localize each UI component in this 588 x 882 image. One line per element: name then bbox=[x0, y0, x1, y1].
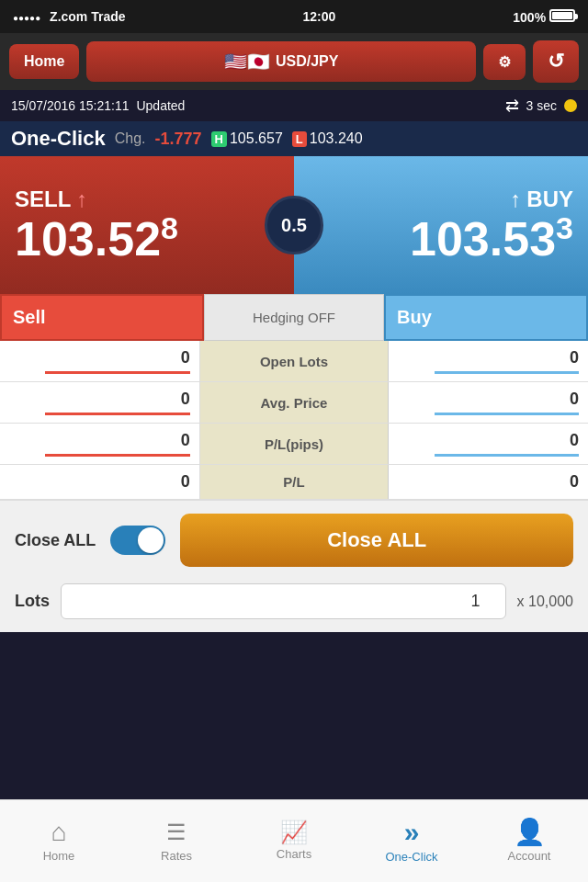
sell-arrow-icon: ↑ bbox=[76, 187, 87, 212]
buy-button[interactable]: Buy bbox=[384, 294, 588, 341]
sell-open-lots: 0 bbox=[181, 348, 190, 368]
gear-icon: ⚙ bbox=[498, 53, 511, 71]
sell-button[interactable]: Sell bbox=[0, 294, 204, 341]
buy-label: ↑ BUY bbox=[510, 187, 573, 212]
sell-price: 103.528 bbox=[15, 212, 178, 263]
status-bar: ●●●●● Z.com Trade 12:00 100% bbox=[0, 0, 588, 33]
open-lots-label: Open Lots bbox=[200, 341, 390, 381]
avg-price-label: Avg. Price bbox=[200, 382, 390, 423]
buy-avg-price: 0 bbox=[570, 390, 579, 409]
close-all-toggle[interactable] bbox=[110, 526, 165, 555]
lots-section: Lots x 10,000 bbox=[0, 576, 588, 632]
hedging-toggle[interactable]: Hedging OFF bbox=[204, 294, 384, 341]
low-price: L 103.240 bbox=[292, 130, 363, 147]
updated-label: Updated bbox=[136, 98, 185, 113]
datetime-display: 15/07/2016 15:21:11 bbox=[11, 98, 129, 113]
charts-nav-icon: 📈 bbox=[280, 821, 308, 843]
pl-label: P/L bbox=[200, 465, 390, 499]
sell-label: SELL ↑ bbox=[15, 187, 87, 212]
buy-pl: 0 bbox=[570, 472, 579, 492]
status-time: 12:00 bbox=[303, 9, 336, 24]
nav-label-account: Account bbox=[508, 849, 551, 863]
pl-pips-row: 0 P/L(pips) 0 bbox=[0, 424, 588, 465]
home-nav-icon: ⌂ bbox=[51, 820, 67, 845]
lots-multiplier: x 10,000 bbox=[517, 594, 573, 610]
nav-label-one-click: One-Click bbox=[385, 850, 437, 864]
trade-table: Sell Hedging OFF Buy 0 Open Lots 0 0 Avg… bbox=[0, 294, 588, 500]
refresh-arrows-icon: ⇄ bbox=[505, 96, 519, 116]
nav-label-rates: Rates bbox=[161, 849, 192, 863]
carrier-signal: ●●●●● Z.com Trade bbox=[13, 9, 126, 24]
buy-arrow-icon: ↑ bbox=[510, 187, 521, 212]
buy-panel[interactable]: ↑ BUY 103.533 bbox=[294, 156, 588, 294]
pl-row: 0 P/L 0 bbox=[0, 465, 588, 500]
lots-label: Lots bbox=[15, 592, 50, 611]
status-dot bbox=[564, 99, 577, 112]
close-section: Close ALL Close ALL bbox=[0, 500, 588, 576]
sell-pl: 0 bbox=[181, 472, 190, 492]
settings-button[interactable]: ⚙ bbox=[483, 44, 526, 80]
price-header: One-Click Chg. -1.777 H 105.657 L 103.24… bbox=[0, 121, 588, 156]
chg-value: -1.777 bbox=[155, 130, 202, 149]
chg-label: Chg. bbox=[115, 130, 146, 147]
update-interval: 3 sec bbox=[526, 98, 557, 113]
close-all-button[interactable]: Close ALL bbox=[180, 514, 573, 567]
trading-area: SELL ↑ 103.528 0.5 ↑ BUY 103.533 bbox=[0, 156, 588, 294]
pair-label: USD/JPY bbox=[276, 53, 338, 70]
lots-input[interactable] bbox=[61, 583, 506, 619]
buy-open-lots: 0 bbox=[570, 348, 579, 368]
home-button[interactable]: Home bbox=[9, 44, 79, 79]
nav-item-one-click[interactable]: » One-Click bbox=[353, 800, 470, 882]
top-nav: Home 🇺🇸🇯🇵 USD/JPY ⚙ ↺ bbox=[0, 33, 588, 90]
account-nav-icon: 👤 bbox=[514, 820, 546, 845]
nav-label-charts: Charts bbox=[277, 847, 311, 861]
close-all-label: Close ALL bbox=[15, 531, 96, 550]
pair-button[interactable]: 🇺🇸🇯🇵 USD/JPY bbox=[86, 41, 476, 82]
refresh-icon: ↺ bbox=[548, 50, 564, 74]
refresh-button[interactable]: ↺ bbox=[533, 40, 579, 83]
bottom-nav: ⌂ Home ☰ Rates 📈 Charts » One-Click 👤 Ac… bbox=[0, 799, 588, 882]
nav-item-charts[interactable]: 📈 Charts bbox=[235, 800, 353, 882]
buy-price: 103.533 bbox=[410, 212, 573, 263]
nav-item-home[interactable]: ⌂ Home bbox=[0, 800, 118, 882]
pl-pips-label: P/L(pips) bbox=[200, 424, 390, 464]
flag-icon: 🇺🇸🇯🇵 bbox=[224, 51, 270, 73]
avg-price-row: 0 Avg. Price 0 bbox=[0, 382, 588, 424]
open-lots-row: 0 Open Lots 0 bbox=[0, 341, 588, 382]
spread-badge: 0.5 bbox=[265, 196, 323, 254]
nav-item-rates[interactable]: ☰ Rates bbox=[118, 800, 235, 882]
sell-pl-pips: 0 bbox=[181, 431, 190, 450]
trade-table-header: Sell Hedging OFF Buy bbox=[0, 294, 588, 341]
nav-label-home: Home bbox=[43, 849, 75, 863]
buy-pl-pips: 0 bbox=[570, 431, 579, 450]
battery-status: 100% bbox=[513, 9, 575, 25]
toggle-knob bbox=[138, 527, 164, 553]
sell-panel[interactable]: SELL ↑ 103.528 bbox=[0, 156, 294, 294]
high-price: H 105.657 bbox=[211, 130, 283, 147]
one-click-nav-icon: » bbox=[404, 819, 420, 846]
info-bar: 15/07/2016 15:21:11 Updated ⇄ 3 sec bbox=[0, 90, 588, 121]
page-title: One-Click bbox=[11, 127, 106, 151]
sell-avg-price: 0 bbox=[181, 390, 190, 409]
rates-nav-icon: ☰ bbox=[166, 820, 187, 846]
nav-item-account[interactable]: 👤 Account bbox=[470, 800, 588, 882]
